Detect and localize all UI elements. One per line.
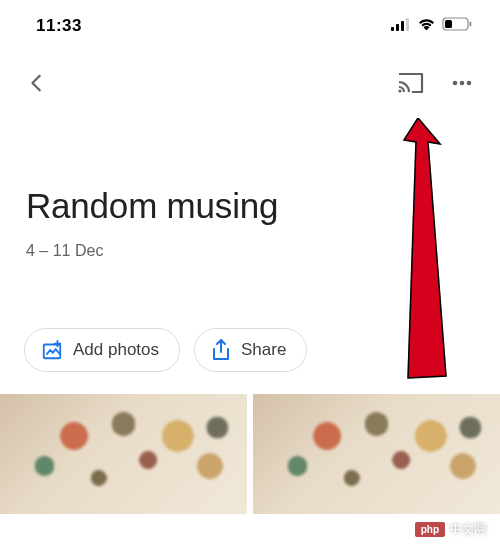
share-label: Share xyxy=(241,340,286,360)
cast-button[interactable] xyxy=(397,72,424,95)
album-date-range: 4 – 11 Dec xyxy=(26,242,474,260)
add-photos-label: Add photos xyxy=(73,340,159,360)
svg-point-10 xyxy=(467,81,472,86)
share-icon xyxy=(211,339,231,361)
svg-point-9 xyxy=(460,81,465,86)
add-photo-icon xyxy=(41,339,63,361)
share-button[interactable]: Share xyxy=(194,328,307,372)
photo-grid xyxy=(0,394,500,514)
svg-rect-6 xyxy=(470,22,472,27)
album-actions: Add photos Share xyxy=(0,270,500,394)
more-options-button[interactable] xyxy=(450,71,474,95)
status-time: 11:33 xyxy=(36,16,82,36)
photo-thumbnail[interactable] xyxy=(253,394,500,514)
watermark-badge: php xyxy=(415,522,445,537)
more-horizontal-icon xyxy=(450,71,474,95)
album-title[interactable]: Random musing xyxy=(26,186,474,226)
nav-bar xyxy=(0,48,500,110)
watermark-text: 中文网 xyxy=(450,521,486,538)
watermark: php 中文网 xyxy=(415,521,486,538)
svg-point-7 xyxy=(398,89,401,92)
svg-point-8 xyxy=(453,81,458,86)
svg-rect-5 xyxy=(445,20,452,28)
status-bar: 11:33 xyxy=(0,0,500,48)
album-header: Random musing 4 – 11 Dec xyxy=(0,110,500,270)
battery-icon xyxy=(442,17,472,35)
back-button[interactable] xyxy=(26,72,48,94)
add-photos-button[interactable]: Add photos xyxy=(24,328,180,372)
svg-rect-0 xyxy=(391,27,394,31)
svg-rect-3 xyxy=(406,18,409,31)
wifi-icon xyxy=(417,17,436,35)
chevron-left-icon xyxy=(26,72,48,94)
cellular-icon xyxy=(391,17,411,35)
svg-rect-2 xyxy=(401,21,404,31)
cast-icon xyxy=(397,72,424,95)
status-indicators xyxy=(391,17,472,35)
photo-thumbnail[interactable] xyxy=(0,394,247,514)
svg-rect-1 xyxy=(396,24,399,31)
